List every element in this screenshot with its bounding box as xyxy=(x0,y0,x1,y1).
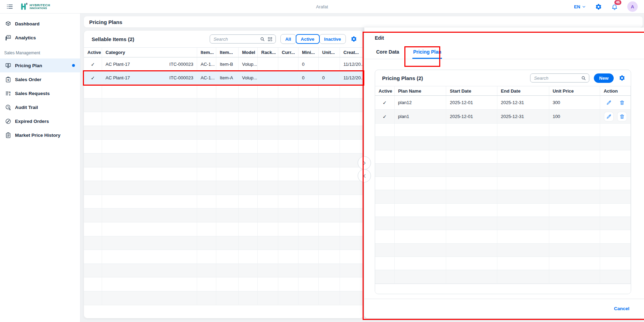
pricing-card-footer xyxy=(375,284,631,294)
sales-order-icon: $ xyxy=(5,77,11,83)
chevron-right-icon xyxy=(362,161,367,165)
search-icon[interactable] xyxy=(581,76,586,81)
column-header[interactable]: Start Date xyxy=(446,86,497,95)
empty-row xyxy=(84,195,363,209)
column-header[interactable]: Unit... xyxy=(319,48,340,57)
language-label: EN xyxy=(574,4,580,9)
sidebar-item-audit-trail[interactable]: Audit Trail xyxy=(0,100,80,114)
column-header[interactable]: Item... xyxy=(197,48,216,57)
pricing-search-input[interactable] xyxy=(533,75,579,81)
empty-row xyxy=(84,236,363,250)
column-header[interactable]: Unit Price xyxy=(549,86,600,95)
empty-row xyxy=(84,167,363,181)
column-header[interactable]: Rack... xyxy=(258,48,278,57)
pricing-search-box xyxy=(530,73,589,83)
column-header[interactable]: Curr... xyxy=(278,48,298,57)
delete-plan-button[interactable] xyxy=(618,98,627,107)
sellable-item-row[interactable]: ✓AC Plant-17ITC-000023AC-1...Item-AVolup… xyxy=(84,71,363,85)
active-indicator-dot xyxy=(72,64,75,67)
column-header[interactable]: Model xyxy=(239,48,258,57)
category-name: AC Plant-17 xyxy=(106,75,130,80)
filter-all-button[interactable]: All xyxy=(280,34,296,44)
filter-active-button[interactable]: Active xyxy=(296,34,320,44)
pricing-plan-row[interactable]: ✓plan12025-12-012025-12-31100 xyxy=(375,110,631,124)
trash-icon xyxy=(619,114,625,119)
sellable-card-footer xyxy=(84,305,363,319)
active-check-icon: ✓ xyxy=(91,62,95,67)
sellable-search-box xyxy=(210,34,276,44)
filter-button-group: AllActiveInactive xyxy=(281,34,346,44)
empty-row xyxy=(375,270,631,283)
pricing-settings-gear-icon[interactable] xyxy=(619,75,625,81)
column-header[interactable]: Creat... xyxy=(340,48,363,57)
trash-icon xyxy=(619,100,625,105)
sidebar-item-analytics[interactable]: Analytics xyxy=(0,31,80,45)
tab-pricing-plan[interactable]: Pricing Plan xyxy=(412,46,442,59)
active-check-icon: ✓ xyxy=(383,100,387,105)
pricing-plans-card: Pricing Plans (2) New ActivePlan NameSta… xyxy=(375,70,631,294)
settings-gear-icon[interactable] xyxy=(595,3,602,10)
sellable-table-body: ✓AC Plant-17ITC-000023AC-1...Item-BVolup… xyxy=(84,57,363,305)
sidebar-item-pricing-plan[interactable]: Pricing Plan xyxy=(0,58,80,72)
sidebar-item-sales-order[interactable]: $Sales Order xyxy=(0,72,80,86)
company-logo: HYBRITECH INNOVATIONS xyxy=(20,2,50,11)
sellable-search-input[interactable] xyxy=(213,36,257,42)
empty-row xyxy=(84,222,363,236)
empty-row xyxy=(375,177,631,190)
topbar: HYBRITECH INNOVATIONS Arafat EN 46 A xyxy=(0,0,644,14)
main-area: Pricing Plans Sellable Items (2) AllActi… xyxy=(80,14,644,322)
app-window: HYBRITECH INNOVATIONS Arafat EN 46 A Das… xyxy=(0,0,644,322)
category-code: ITC-000023 xyxy=(169,75,193,80)
active-check-icon: ✓ xyxy=(91,75,95,81)
dashboard-icon xyxy=(5,21,11,27)
language-selector[interactable]: EN xyxy=(574,4,586,9)
cancel-button[interactable]: Cancel xyxy=(614,306,629,311)
column-header[interactable]: Item... xyxy=(216,48,239,57)
svg-text:$: $ xyxy=(9,91,11,94)
new-plan-button[interactable]: New xyxy=(594,73,614,83)
splitter-expand-handle[interactable] xyxy=(358,156,371,170)
column-header[interactable]: Category xyxy=(102,48,197,57)
empty-row xyxy=(84,112,363,126)
market-price-history-icon xyxy=(5,132,11,138)
column-header[interactable]: Active xyxy=(84,48,102,57)
column-header[interactable]: Active xyxy=(375,86,395,95)
category-name: AC Plant-17 xyxy=(106,62,130,67)
column-header[interactable]: Action xyxy=(600,86,631,95)
empty-row xyxy=(375,124,631,137)
column-header[interactable]: Plan Name xyxy=(395,86,447,95)
empty-row xyxy=(375,164,631,177)
avatar[interactable]: A xyxy=(627,1,638,12)
empty-row xyxy=(375,217,631,230)
sellable-item-row[interactable]: ✓AC Plant-17ITC-000023AC-1...Item-BVolup… xyxy=(84,57,363,71)
empty-row xyxy=(84,154,363,167)
tab-core-data[interactable]: Core Data xyxy=(375,46,400,59)
sidebar-item-sales-requests[interactable]: $Sales Requests xyxy=(0,86,80,100)
empty-row xyxy=(375,230,631,243)
sidebar-item-expired-orders[interactable]: Expired Orders xyxy=(0,114,80,128)
pricing-plan-row[interactable]: ✓plan122025-12-012025-12-31300 xyxy=(375,96,631,110)
filter-inactive-button[interactable]: Inactive xyxy=(319,34,346,44)
pricing-plans-title: Pricing Plans (2) xyxy=(382,75,423,81)
column-header[interactable]: Mini... xyxy=(298,48,319,57)
edit-plan-button[interactable] xyxy=(604,112,613,121)
sidebar-item-market-price-history[interactable]: Market Price History xyxy=(0,128,80,142)
splitter-collapse-handle[interactable] xyxy=(358,169,371,182)
table-settings-gear-icon[interactable] xyxy=(351,36,357,42)
svg-text:$: $ xyxy=(7,78,9,81)
barcode-scan-icon[interactable] xyxy=(267,37,273,42)
sidebar-section-label: Sales Management xyxy=(0,45,80,58)
empty-row xyxy=(84,209,363,222)
search-icon[interactable] xyxy=(260,37,265,42)
sidebar-item-dashboard[interactable]: Dashboard xyxy=(0,17,80,31)
edit-plan-button[interactable] xyxy=(604,98,613,107)
edit-panel-title: Edit xyxy=(364,28,644,41)
notifications-button[interactable]: 46 xyxy=(611,3,618,10)
pricing-plan-icon xyxy=(5,63,11,69)
delete-plan-button[interactable] xyxy=(618,112,627,121)
edit-panel-footer: Cancel xyxy=(364,299,644,318)
menu-list-icon[interactable] xyxy=(6,3,13,10)
sellable-table-header: ActiveCategoryItem...Item...ModelRack...… xyxy=(84,47,363,57)
empty-row xyxy=(84,264,363,278)
column-header[interactable]: End Date xyxy=(497,86,549,95)
